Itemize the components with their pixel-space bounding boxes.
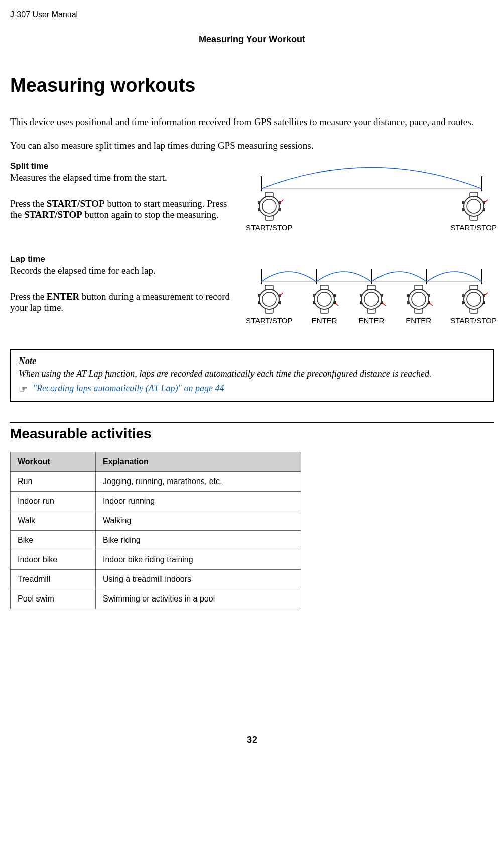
table-row: TreadmillUsing a treadmill indoors — [11, 570, 301, 589]
workout-cell: Indoor bike — [11, 550, 96, 570]
watch-icon — [459, 191, 489, 221]
watch-icon — [404, 284, 434, 314]
workout-cell: Run — [11, 472, 96, 492]
section-header: Measuring Your Workout — [10, 34, 494, 45]
watch-icon — [309, 284, 339, 314]
lap-time-description: Records the elapsed time for each lap. — [10, 265, 236, 276]
diagram-label: ENTER — [406, 316, 431, 325]
table-header-workout: Workout — [11, 452, 96, 472]
document-header: J-307 User Manual — [10, 10, 494, 19]
page-title: Measuring workouts — [10, 75, 494, 96]
split-time-description: Measures the elapsed time from the start… — [10, 172, 236, 183]
table-row: BikeBike riding — [11, 531, 301, 550]
note-label: Note — [19, 356, 485, 367]
explanation-cell: Bike riding — [96, 531, 301, 550]
sub-intro-paragraph: You can also measure split times and lap… — [10, 140, 494, 151]
table-row: WalkWalking — [11, 511, 301, 531]
diagram-label: START/STOP — [450, 223, 497, 232]
diagram-label: ENTER — [312, 316, 337, 325]
table-row: RunJogging, running, marathons, etc. — [11, 472, 301, 492]
intro-paragraph: This device uses positional and time inf… — [10, 116, 494, 128]
split-time-diagram: START/STOP START/STOP — [246, 161, 497, 249]
explanation-cell: Indoor running — [96, 492, 301, 511]
explanation-cell: Swimming or activities in a pool — [96, 589, 301, 609]
diagram-label: START/STOP — [450, 316, 497, 325]
page-number: 32 — [10, 735, 494, 745]
note-text: When using the AT Lap function, laps are… — [19, 369, 485, 379]
lap-time-heading: Lap time — [10, 254, 236, 264]
pointer-icon: ☞ — [19, 383, 28, 395]
measurable-activities-heading: Measurable activities — [10, 426, 494, 442]
explanation-cell: Walking — [96, 511, 301, 531]
workout-cell: Treadmill — [11, 570, 96, 589]
split-time-instruction: Press the START/STOP button to start mea… — [10, 198, 236, 220]
watch-icon — [459, 284, 489, 314]
activities-table: Workout Explanation RunJogging, running,… — [10, 452, 301, 609]
workout-cell: Bike — [11, 531, 96, 550]
explanation-cell: Using a treadmill indoors — [96, 570, 301, 589]
split-time-heading: Split time — [10, 161, 236, 171]
watch-icon — [254, 284, 284, 314]
lap-time-diagram: START/STOP ENTER ENTER ENTER START/STOP — [246, 259, 497, 334]
watch-icon — [356, 284, 387, 314]
explanation-cell: Indoor bike riding training — [96, 550, 301, 570]
diagram-label: START/STOP — [246, 223, 293, 232]
table-row: Indoor runIndoor running — [11, 492, 301, 511]
diagram-label: ENTER — [359, 316, 385, 325]
explanation-cell: Jogging, running, marathons, etc. — [96, 472, 301, 492]
workout-cell: Indoor run — [11, 492, 96, 511]
note-box: Note When using the AT Lap function, lap… — [10, 349, 494, 402]
workout-cell: Walk — [11, 511, 96, 531]
diagram-label: START/STOP — [246, 316, 293, 325]
table-row: Indoor bikeIndoor bike riding training — [11, 550, 301, 570]
lap-time-instruction: Press the ENTER button during a measurem… — [10, 291, 236, 313]
table-header-explanation: Explanation — [96, 452, 301, 472]
watch-icon — [254, 191, 284, 221]
note-cross-reference-link[interactable]: "Recording laps automatically (AT Lap)" … — [33, 383, 224, 393]
workout-cell: Pool swim — [11, 589, 96, 609]
table-row: Pool swimSwimming or activities in a poo… — [11, 589, 301, 609]
